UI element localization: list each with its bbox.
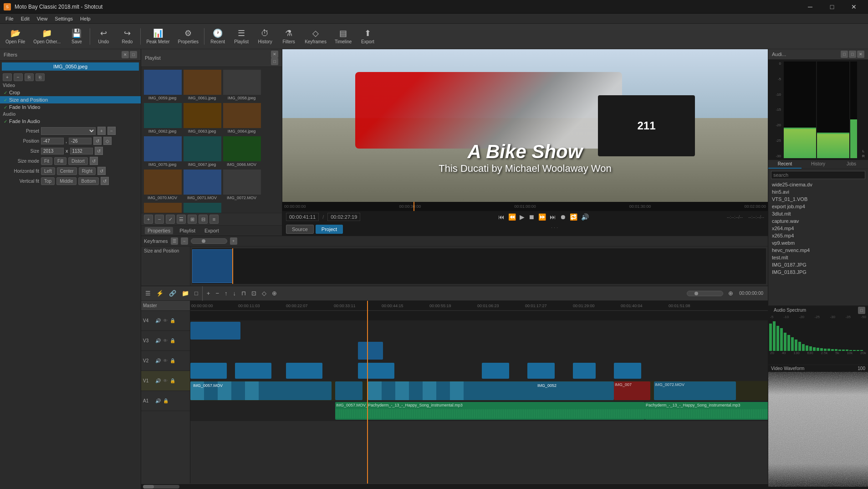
list-item[interactable]: IMG_0067.jpeg <box>183 135 221 168</box>
size-mode-fit[interactable]: Fit <box>41 157 52 165</box>
v-fit-middle[interactable]: Middle <box>56 177 76 185</box>
history-button[interactable]: ⏱ History <box>254 25 276 48</box>
playlist-tab[interactable]: Playlist <box>177 227 198 234</box>
track-clip[interactable] <box>190 363 227 379</box>
properties-button[interactable]: ⚙ Properties <box>174 25 203 48</box>
size-mode-distort[interactable]: Distort <box>68 157 88 165</box>
close-button[interactable]: ✕ <box>843 0 864 14</box>
size-reset-btn[interactable]: ↺ <box>95 147 103 155</box>
menu-edit[interactable]: Edit <box>17 15 33 22</box>
menu-settings[interactable]: Settings <box>51 15 77 22</box>
list-item[interactable]: IMG_0061.jpeg <box>183 69 221 101</box>
filter-paste-button[interactable]: ⎗ <box>36 73 45 81</box>
size-h-input[interactable] <box>70 148 93 154</box>
playlist-menu-btn[interactable]: ≡ <box>209 215 219 224</box>
v-fit-top[interactable]: Top <box>41 177 55 185</box>
list-item[interactable]: IMG_0187.JPG <box>768 261 868 268</box>
a1-lock[interactable]: 🔒 <box>162 398 169 404</box>
filter-fade-audio[interactable]: ✓ Fade In Audio <box>0 118 141 125</box>
menu-file[interactable]: File <box>2 15 17 22</box>
menu-help[interactable]: Help <box>77 15 94 22</box>
timecode-current[interactable]: 00:00:41:11 <box>286 213 319 221</box>
tl-menu-btn[interactable]: ☰ <box>143 288 153 298</box>
search-input[interactable] <box>771 171 865 179</box>
tl-add-track[interactable]: + <box>204 288 213 298</box>
list-item[interactable]: wide25-cinema.dv <box>768 181 868 188</box>
filter-remove-button[interactable]: − <box>14 73 23 81</box>
track-content[interactable]: 00:00:00:00 00:00:11:03 00:00:22:07 00:0… <box>190 301 768 484</box>
track-clip[interactable] <box>286 363 322 379</box>
playlist-list-btn[interactable]: ☰ <box>177 215 186 224</box>
transport-stop[interactable]: ⏹ <box>527 212 536 221</box>
v1-mute[interactable]: 🔊 <box>154 378 162 384</box>
playlist-button[interactable]: ☰ Playlist <box>230 25 253 48</box>
track-clip[interactable] <box>235 363 271 379</box>
export-button[interactable]: ⬆ Export <box>356 25 379 48</box>
track-clip-v1-2[interactable] <box>335 381 363 400</box>
v4-lock[interactable]: 🔒 <box>169 318 176 324</box>
preset-select[interactable] <box>41 127 96 135</box>
track-clip[interactable] <box>358 342 383 360</box>
preset-add-btn[interactable]: + <box>97 127 106 135</box>
list-item[interactable]: IMG_0063.jpeg <box>183 102 221 134</box>
transport-loop[interactable]: 🔁 <box>569 212 578 221</box>
track-clip-v1-red[interactable]: IMG_007 <box>614 381 650 400</box>
tl-scrub-btn[interactable]: 📁 <box>179 288 191 298</box>
v3-eye[interactable]: 👁 <box>162 338 168 344</box>
recent-button[interactable]: 🕐 Recent <box>206 25 229 48</box>
filters-button[interactable]: ⚗ Filters <box>277 25 300 48</box>
v-fit-bottom[interactable]: Bottom <box>78 177 99 185</box>
v4-mute[interactable]: 🔊 <box>154 318 162 324</box>
tl-ripple-delete[interactable]: ⊡ <box>249 288 259 298</box>
tl-ripple-btn[interactable]: 🔗 <box>167 288 179 298</box>
redo-button[interactable]: ↪ Redo <box>116 25 138 48</box>
list-item[interactable]: capture.wav <box>768 217 868 225</box>
list-item[interactable]: hin5.avi <box>768 188 868 196</box>
tl-remove-track[interactable]: − <box>213 288 221 298</box>
v2-lock[interactable]: 🔒 <box>169 358 176 364</box>
playlist-remove-btn[interactable]: − <box>155 215 164 224</box>
list-item[interactable]: x264.mp4 <box>768 225 868 232</box>
filters-panel-expand[interactable]: □ <box>130 51 137 58</box>
list-item[interactable]: IMG_0071.MOV <box>183 169 221 201</box>
list-item[interactable]: IMG_0072.MOV <box>222 169 261 201</box>
track-clip-img0057[interactable]: IMG_0057.MOV <box>190 381 332 400</box>
open-file-button[interactable]: 📂 Open File <box>2 25 29 48</box>
tl-track-btn[interactable]: □ <box>192 288 200 298</box>
tl-zoom-fit[interactable]: ⊕ <box>726 288 735 298</box>
track-clip-audio-1[interactable]: IMG_0057.MOV_Pachyderm_-_13_-_Happy_Song… <box>335 402 645 420</box>
size-w-input[interactable] <box>41 148 64 154</box>
transport-play[interactable]: ▶ <box>519 212 526 221</box>
list-item[interactable]: IMG_0075.jpeg <box>143 135 182 168</box>
filter-crop[interactable]: ✓ Crop <box>0 89 141 96</box>
list-item[interactable]: vp9.webm <box>768 239 868 247</box>
track-clip-v1-4[interactable]: IMG_0072.MOV <box>654 381 736 400</box>
filter-copy-button[interactable]: ⎘ <box>25 73 34 81</box>
transport-toggle-play[interactable]: ⏺ <box>559 212 567 221</box>
v-fit-reset-btn[interactable]: ↺ <box>101 177 109 185</box>
track-clip[interactable] <box>190 322 240 340</box>
keyframes-zoom-out[interactable]: − <box>181 237 188 245</box>
transport-volume[interactable]: 🔊 <box>580 212 590 221</box>
keyframes-zoom-in[interactable]: + <box>230 237 237 245</box>
preview-timeline[interactable]: 00:00:00:00 00:00:30:00 00:01:00:00 00:0… <box>282 202 768 211</box>
list-item[interactable]: IMG_0064.jpeg <box>222 102 261 134</box>
filters-panel-close[interactable]: ✕ <box>122 51 129 58</box>
playlist-grid-btn[interactable]: ⊞ <box>188 215 197 224</box>
list-item[interactable]: IMG_0062.jpeg <box>143 102 182 134</box>
keyframes-button[interactable]: ◇ Keyframes <box>301 25 330 48</box>
h-fit-left[interactable]: Left <box>41 167 55 175</box>
maximize-button[interactable]: □ <box>822 0 842 14</box>
list-item[interactable]: IMG_0076.jpeg <box>183 202 221 213</box>
open-other-button[interactable]: 📁 Open Other... <box>30 25 64 48</box>
list-item[interactable]: x265.mp4 <box>768 232 868 239</box>
track-clip[interactable] <box>573 363 596 379</box>
right-panel-expand2[interactable]: □ <box>849 51 856 58</box>
window-controls[interactable]: ─ □ ✕ <box>800 0 864 14</box>
position-keyframe-btn[interactable]: ◇ <box>103 137 112 145</box>
peak-meter-button[interactable]: 📊 Peak Meter <box>143 25 173 48</box>
keyframes-track-area[interactable] <box>192 248 766 284</box>
h-fit-reset-btn[interactable]: ↺ <box>97 167 106 175</box>
track-clip[interactable] <box>358 363 394 379</box>
timeline-scrollbar[interactable] <box>141 484 768 489</box>
